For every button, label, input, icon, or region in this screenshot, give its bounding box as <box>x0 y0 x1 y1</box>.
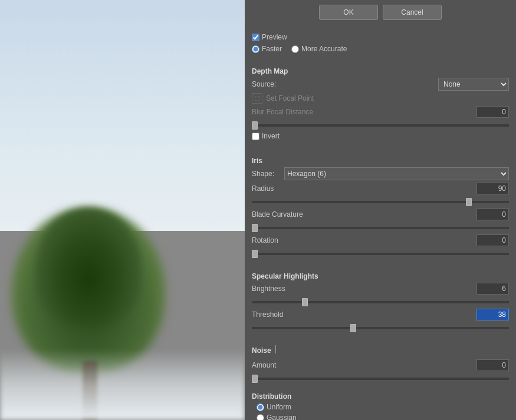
threshold-row: Threshold <box>252 309 509 320</box>
rotation-input[interactable] <box>476 234 509 246</box>
noise-header: Noise <box>252 346 271 355</box>
preview-panel <box>0 0 245 420</box>
sky-background <box>0 0 245 231</box>
brightness-slider-row <box>252 297 509 305</box>
blur-focal-label: Blur Focal Distance <box>252 108 476 116</box>
brightness-input[interactable] <box>476 283 509 295</box>
threshold-label: Threshold <box>252 310 476 319</box>
threshold-slider-row <box>252 323 509 331</box>
radius-input[interactable] <box>476 183 509 194</box>
top-buttons: OK Cancel <box>252 5 509 20</box>
cursor-indicator <box>275 345 276 353</box>
amount-label: Amount <box>252 361 476 369</box>
focal-icon-inner <box>255 96 259 101</box>
radius-label: Radius <box>252 184 476 193</box>
uniform-radio-item[interactable]: Uniform <box>257 403 509 411</box>
gaussian-radio[interactable] <box>257 414 264 421</box>
rotation-row: Rotation <box>252 234 509 246</box>
blade-curvature-slider-row <box>252 223 509 231</box>
invert-checkbox-container[interactable]: Invert <box>252 132 509 140</box>
radius-slider-row <box>252 197 509 205</box>
ground-mist <box>0 349 245 420</box>
preview-checkbox[interactable] <box>252 34 259 41</box>
focal-point-icon <box>252 93 262 104</box>
iris-section: Iris Shape: Triangle (3) Square (4) Pent… <box>252 153 509 260</box>
radius-slider[interactable] <box>252 201 509 203</box>
shape-label: Shape: <box>252 170 284 178</box>
uniform-label: Uniform <box>267 403 291 411</box>
blade-curvature-slider[interactable] <box>252 227 509 229</box>
invert-checkbox[interactable] <box>252 133 259 140</box>
threshold-slider[interactable] <box>252 327 509 329</box>
blur-focal-row: Blur Focal Distance <box>252 106 509 118</box>
focal-point-button[interactable]: Set Focal Point <box>252 93 509 104</box>
preview-label: Preview <box>262 33 287 41</box>
invert-label: Invert <box>262 132 280 140</box>
iris-header: Iris <box>252 157 509 165</box>
preview-row: Preview <box>252 33 509 41</box>
blur-focal-slider[interactable] <box>252 124 509 127</box>
shape-select[interactable]: Triangle (3) Square (4) Pentagon (5) Hex… <box>284 167 509 180</box>
blade-curvature-input[interactable] <box>476 209 509 220</box>
amount-input[interactable] <box>476 359 509 371</box>
distribution-radio-stack: Uniform Gaussian <box>257 403 509 420</box>
depth-map-header: Depth Map <box>252 67 509 75</box>
more-accurate-radio[interactable] <box>291 45 299 53</box>
source-row: Source: None Transparency Layer Mask <box>252 78 509 91</box>
gaussian-label: Gaussian <box>267 414 297 420</box>
blur-focal-input[interactable] <box>476 106 509 118</box>
radius-row: Radius <box>252 183 509 194</box>
noise-label-row: Noise <box>252 342 509 357</box>
distribution-section: Distribution Uniform Gaussian <box>252 388 509 420</box>
ok-button[interactable]: OK <box>319 5 378 20</box>
preview-image <box>0 0 245 420</box>
rotation-label: Rotation <box>252 236 476 244</box>
faster-radio-item[interactable]: Faster <box>252 45 282 53</box>
quality-radio-group: Faster More Accurate <box>252 45 509 53</box>
source-label: Source: <box>252 80 438 88</box>
controls-panel: OK Cancel Preview Faster More Accurate D… <box>245 0 516 420</box>
brightness-row: Brightness <box>252 283 509 295</box>
amount-slider[interactable] <box>252 378 509 380</box>
more-accurate-radio-item[interactable]: More Accurate <box>291 45 347 53</box>
faster-radio[interactable] <box>252 45 259 53</box>
amount-row: Amount <box>252 359 509 371</box>
tree-canopy-front <box>35 208 142 326</box>
gaussian-radio-item[interactable]: Gaussian <box>257 414 509 420</box>
faster-label: Faster <box>262 45 282 53</box>
more-accurate-label: More Accurate <box>301 45 347 53</box>
threshold-input[interactable] <box>476 309 509 320</box>
cancel-button[interactable]: Cancel <box>383 5 442 20</box>
source-select[interactable]: None Transparency Layer Mask <box>438 78 509 91</box>
specular-header: Specular Highlights <box>252 272 509 280</box>
distribution-header: Distribution <box>252 392 509 401</box>
preview-checkbox-container[interactable]: Preview <box>252 33 287 41</box>
brightness-label: Brightness <box>252 285 476 293</box>
brightness-slider[interactable] <box>252 301 509 303</box>
shape-row: Shape: Triangle (3) Square (4) Pentagon … <box>252 167 509 180</box>
blade-curvature-label: Blade Curvature <box>252 210 476 219</box>
amount-slider-row <box>252 373 509 382</box>
uniform-radio[interactable] <box>257 404 264 411</box>
rotation-slider-row <box>252 249 509 257</box>
rotation-slider[interactable] <box>252 253 509 255</box>
blur-focal-slider-row <box>252 120 509 128</box>
blade-curvature-row: Blade Curvature <box>252 209 509 220</box>
focal-point-label: Set Focal Point <box>266 94 314 102</box>
